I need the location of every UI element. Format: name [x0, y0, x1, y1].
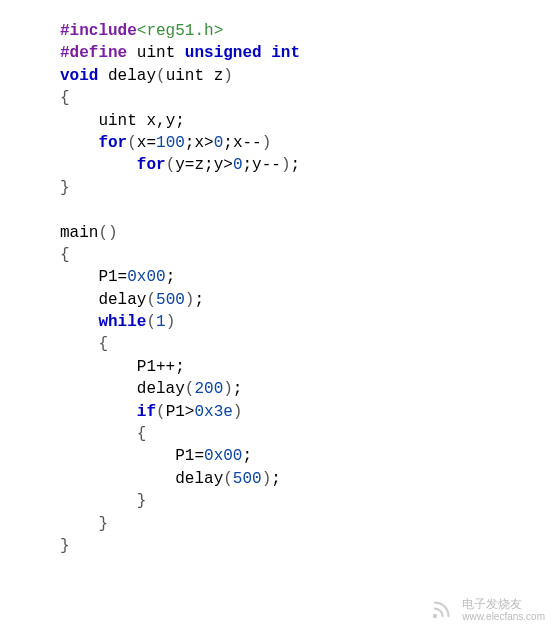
elecfans-logo-icon — [426, 595, 456, 625]
code-line: for(x=100;x>0;x--) — [60, 132, 553, 154]
code-line: P1=0x00; — [60, 266, 553, 288]
code-line: } — [60, 177, 553, 199]
code-line: void delay(uint z) — [60, 65, 553, 87]
code-line — [60, 199, 553, 221]
svg-point-0 — [433, 614, 438, 619]
code-line: #include<reg51.h> — [60, 20, 553, 42]
code-line: { — [60, 423, 553, 445]
code-block: #include<reg51.h>#define uint unsigned i… — [0, 0, 553, 557]
code-line: } — [60, 535, 553, 557]
code-line: { — [60, 87, 553, 109]
watermark-cn: 电子发烧友 — [462, 598, 545, 611]
code-line: while(1) — [60, 311, 553, 333]
watermark-url: www.elecfans.com — [462, 611, 545, 622]
code-line: P1++; — [60, 356, 553, 378]
code-line: delay(500); — [60, 289, 553, 311]
watermark: 电子发烧友 www.elecfans.com — [426, 595, 545, 625]
code-line: #define uint unsigned int — [60, 42, 553, 64]
code-line: } — [60, 490, 553, 512]
code-line: uint x,y; — [60, 110, 553, 132]
code-line: for(y=z;y>0;y--); — [60, 154, 553, 176]
code-line: if(P1>0x3e) — [60, 401, 553, 423]
code-line: delay(500); — [60, 468, 553, 490]
code-line: { — [60, 244, 553, 266]
code-line: } — [60, 513, 553, 535]
code-line: main() — [60, 222, 553, 244]
code-line: { — [60, 333, 553, 355]
code-line: P1=0x00; — [60, 445, 553, 467]
code-line: delay(200); — [60, 378, 553, 400]
